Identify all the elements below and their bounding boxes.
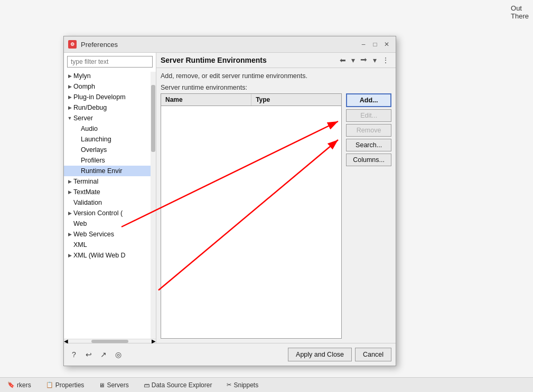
preferences-dialog: ⚙ Preferences – □ ✕ ▶Mylyn▶Oomph▶Plug-in… <box>63 36 396 366</box>
tree-item[interactable]: ▶Oomph <box>64 81 156 92</box>
header-nav-buttons: ⬅ ▾ ⮕ ▾ ⋮ <box>338 55 391 65</box>
tree-item-label: Profilers <box>81 157 105 164</box>
tree-item[interactable]: Runtime Envir <box>64 166 156 176</box>
tree-hscroll[interactable]: ◀ ▶ <box>64 339 156 343</box>
columns-button[interactable]: Columns... <box>346 154 391 166</box>
dialog-body: ▶Mylyn▶Oomph▶Plug-in Developm▶Run/Debug▼… <box>64 53 396 343</box>
bottom-tab-snippets[interactable]: ✂ Snippets <box>223 380 261 390</box>
nav-forward-button[interactable]: ⮕ <box>358 55 370 65</box>
search-button[interactable]: Search... <box>346 139 391 151</box>
description-text: Add, remove, or edit server runtime envi… <box>161 72 391 80</box>
remove-button[interactable]: Remove <box>346 124 391 137</box>
tree-item-label: Terminal <box>73 178 98 185</box>
nav-dropdown-button[interactable]: ▾ <box>349 55 357 65</box>
maximize-button[interactable]: □ <box>370 40 380 49</box>
markers-icon: 🔖 <box>7 381 15 388</box>
tree-item-label: Version Control ( <box>73 209 123 217</box>
tree-vscroll[interactable] <box>151 72 156 339</box>
minimize-button[interactable]: – <box>359 40 368 49</box>
tree-item-label: Runtime Envir <box>81 167 123 175</box>
settings-button[interactable]: ◎ <box>113 349 124 360</box>
bottom-tab-properties[interactable]: 📋 Properties <box>43 380 88 390</box>
environments-table: Name Type <box>161 93 342 339</box>
tree-item-label: Mylyn <box>73 72 91 80</box>
table-header: Name Type <box>161 94 341 106</box>
apply-and-close-button[interactable]: Apply and Close <box>288 348 352 361</box>
data-source-icon: 🗃 <box>144 382 149 388</box>
tree-item-label: Web <box>73 220 87 227</box>
dialog-titlebar: ⚙ Preferences – □ ✕ <box>64 36 396 53</box>
tree-item-label: XML <box>73 241 87 248</box>
nav-menu-button[interactable]: ⋮ <box>380 55 391 65</box>
right-panel-header: Server Runtime Environments ⬅ ▾ ⮕ ▾ ⋮ <box>156 53 396 68</box>
section-label: Server runtime environments: <box>161 84 391 91</box>
dialog-icon: ⚙ <box>68 40 77 49</box>
environments-area: Name Type Add... Edit... Remove Search..… <box>161 93 391 339</box>
col-name: Name <box>161 94 251 106</box>
tree-item[interactable]: ▶Web Services <box>64 229 156 240</box>
tree-item[interactable]: Launching <box>64 134 156 145</box>
bottom-tab-markers[interactable]: 🔖 rkers <box>4 380 34 390</box>
tree-item[interactable]: Audio <box>64 123 156 134</box>
nav-back-button[interactable]: ⬅ <box>338 55 348 65</box>
tree-item-label: Server <box>73 114 93 122</box>
close-button[interactable]: ✕ <box>382 40 391 49</box>
ide-bottom-bar: 🔖 rkers 📋 Properties 🖥 Servers 🗃 Data So… <box>0 377 533 392</box>
filter-input[interactable] <box>67 56 153 68</box>
col-type: Type <box>251 94 341 106</box>
tree-item[interactable]: ▶TextMate <box>64 187 156 197</box>
help-button[interactable]: ? <box>68 349 80 360</box>
tree-item[interactable]: ▶Run/Debug <box>64 102 156 113</box>
right-panel: Server Runtime Environments ⬅ ▾ ⮕ ▾ ⋮ Ad… <box>156 53 396 343</box>
nav-forward-dropdown-button[interactable]: ▾ <box>371 55 379 65</box>
dialog-title: Preferences <box>81 41 354 49</box>
tree-item-label: Overlays <box>81 146 107 154</box>
tree-container[interactable]: ▶Mylyn▶Oomph▶Plug-in Developm▶Run/Debug▼… <box>64 71 156 339</box>
tree-item-label: Validation <box>73 199 102 206</box>
servers-icon: 🖥 <box>99 382 105 388</box>
tree-item-label: Web Services <box>73 231 114 238</box>
tree-item-label: Plug-in Developm <box>73 93 126 101</box>
tree-item-label: Run/Debug <box>73 104 107 111</box>
dialog-action-buttons: Apply and Close Cancel <box>288 348 391 361</box>
ide-top-right: Out There <box>511 4 529 20</box>
tree-item[interactable]: ▶Version Control ( <box>64 208 156 218</box>
tree-item[interactable]: Profilers <box>64 155 156 166</box>
tree-item[interactable]: ▶Plug-in Developm <box>64 92 156 102</box>
tree-item[interactable]: Web <box>64 218 156 229</box>
scroll-right-btn[interactable]: ▶ <box>152 338 156 344</box>
tree-item[interactable]: Validation <box>64 197 156 208</box>
export-button[interactable]: ↗ <box>98 349 109 360</box>
tree-hscroll-thumb <box>91 340 128 343</box>
panel-title: Server Runtime Environments <box>161 56 267 64</box>
dialog-bottom-left: ? ↩ ↗ ◎ <box>68 349 124 360</box>
tree-item[interactable]: ▶XML (Wild Web D <box>64 250 156 261</box>
tree-item-label: Oomph <box>73 83 95 90</box>
scroll-left-btn[interactable]: ◀ <box>64 338 68 344</box>
tree-vscroll-thumb <box>151 85 155 152</box>
tree-item[interactable]: Overlays <box>64 145 156 155</box>
tree-item[interactable]: XML <box>64 240 156 250</box>
tree-item[interactable]: ▶Terminal <box>64 176 156 187</box>
tree-item[interactable]: ▼Server <box>64 113 156 123</box>
side-buttons: Add... Edit... Remove Search... Columns.… <box>346 93 391 339</box>
tree-item-label: Audio <box>81 125 98 132</box>
bottom-tab-data-source[interactable]: 🗃 Data Source Explorer <box>141 380 216 390</box>
right-panel-content: Add, remove, or edit server runtime envi… <box>156 68 396 343</box>
tree-item-label: Launching <box>81 136 111 143</box>
table-body <box>161 106 341 338</box>
restore-defaults-button[interactable]: ↩ <box>83 349 95 360</box>
properties-icon: 📋 <box>46 381 53 388</box>
cancel-button[interactable]: Cancel <box>355 348 391 361</box>
add-button[interactable]: Add... <box>346 93 391 107</box>
edit-button[interactable]: Edit... <box>346 109 391 122</box>
bottom-tab-servers[interactable]: 🖥 Servers <box>96 380 132 390</box>
tree-item-label: XML (Wild Web D <box>73 252 126 259</box>
dialog-bottom: ? ↩ ↗ ◎ Apply and Close Cancel <box>64 343 396 366</box>
tree-item-label: TextMate <box>73 188 100 196</box>
titlebar-controls: – □ ✕ <box>359 40 391 49</box>
snippets-icon: ✂ <box>227 381 231 388</box>
tree-item[interactable]: ▶Mylyn <box>64 71 156 81</box>
tree-panel: ▶Mylyn▶Oomph▶Plug-in Developm▶Run/Debug▼… <box>64 53 156 343</box>
